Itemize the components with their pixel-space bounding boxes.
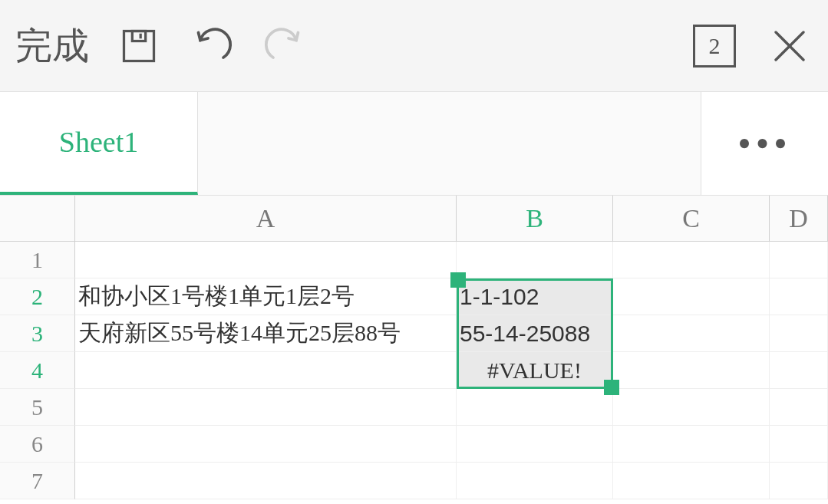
cell[interactable] xyxy=(457,463,613,499)
table-row: 6 xyxy=(0,426,828,463)
cell[interactable] xyxy=(75,352,457,389)
col-header-a[interactable]: A xyxy=(75,196,457,242)
cell[interactable] xyxy=(457,389,613,426)
table-row: 3天府新区55号楼14单元25层88号55-14-25088 xyxy=(0,315,828,352)
tab-sheet1[interactable]: Sheet1 xyxy=(0,92,198,195)
cell[interactable] xyxy=(613,426,770,463)
cell[interactable] xyxy=(770,242,828,278)
cell[interactable] xyxy=(613,389,770,426)
cell[interactable] xyxy=(770,278,828,315)
undo-icon xyxy=(189,23,235,69)
cell[interactable] xyxy=(770,352,828,389)
cell[interactable] xyxy=(613,278,770,315)
row-header[interactable]: 5 xyxy=(0,389,75,426)
spreadsheet-grid[interactable]: A B C D 12和协小区1号楼1单元1层2号1-1-1023天府新区55号楼… xyxy=(0,196,828,499)
table-row: 2和协小区1号楼1单元1层2号1-1-102 xyxy=(0,278,828,315)
undo-button[interactable] xyxy=(189,23,235,69)
row-header[interactable]: 7 xyxy=(0,463,75,499)
cell[interactable] xyxy=(613,315,770,352)
cell[interactable] xyxy=(75,426,457,463)
done-button[interactable]: 完成 xyxy=(15,21,89,71)
cell[interactable] xyxy=(613,242,770,278)
cell[interactable]: 和协小区1号楼1单元1层2号 xyxy=(75,278,457,315)
redo-icon xyxy=(262,23,308,69)
row-header[interactable]: 3 xyxy=(0,315,75,352)
select-all-corner[interactable] xyxy=(0,196,75,242)
table-row: 1 xyxy=(0,242,828,278)
cell[interactable]: 1-1-102 xyxy=(457,278,613,315)
more-button[interactable]: ••• xyxy=(701,92,828,195)
sheet-tabbar: Sheet1 ••• xyxy=(0,92,828,196)
row-header[interactable]: 1 xyxy=(0,242,75,278)
tab-count-badge[interactable]: 2 xyxy=(693,25,736,68)
toolbar: 完成 2 xyxy=(0,0,828,92)
svg-rect-0 xyxy=(124,31,154,61)
svg-rect-1 xyxy=(132,31,145,41)
save-button[interactable] xyxy=(116,23,162,69)
row-header[interactable]: 4 xyxy=(0,352,75,389)
close-icon xyxy=(769,25,810,67)
cell[interactable] xyxy=(75,242,457,278)
cell[interactable] xyxy=(613,463,770,499)
tab-empty-area[interactable] xyxy=(198,92,701,195)
cell[interactable]: 天府新区55号楼14单元25层88号 xyxy=(75,315,457,352)
rows-container: 12和协小区1号楼1单元1层2号1-1-1023天府新区55号楼14单元25层8… xyxy=(0,242,828,499)
toolbar-left: 完成 xyxy=(15,21,308,71)
cell[interactable]: 55-14-25088 xyxy=(457,315,613,352)
cell[interactable] xyxy=(457,242,613,278)
column-headers: A B C D xyxy=(0,196,828,242)
cell[interactable]: #VALUE! xyxy=(457,352,613,389)
close-button[interactable] xyxy=(767,23,813,69)
col-header-b[interactable]: B xyxy=(457,196,613,242)
row-header[interactable]: 6 xyxy=(0,426,75,463)
table-row: 4#VALUE! xyxy=(0,352,828,389)
cell[interactable] xyxy=(770,389,828,426)
cell[interactable] xyxy=(613,352,770,389)
cell[interactable] xyxy=(770,426,828,463)
col-header-d[interactable]: D xyxy=(770,196,828,242)
table-row: 7 xyxy=(0,463,828,499)
cell[interactable] xyxy=(75,463,457,499)
col-header-c[interactable]: C xyxy=(613,196,770,242)
save-icon xyxy=(119,26,159,66)
more-icon: ••• xyxy=(737,121,792,166)
cell[interactable] xyxy=(770,315,828,352)
cell[interactable] xyxy=(75,389,457,426)
cell[interactable] xyxy=(770,463,828,499)
redo-button[interactable] xyxy=(262,23,308,69)
toolbar-right: 2 xyxy=(693,23,813,69)
cell[interactable] xyxy=(457,426,613,463)
table-row: 5 xyxy=(0,389,828,426)
row-header[interactable]: 2 xyxy=(0,278,75,315)
